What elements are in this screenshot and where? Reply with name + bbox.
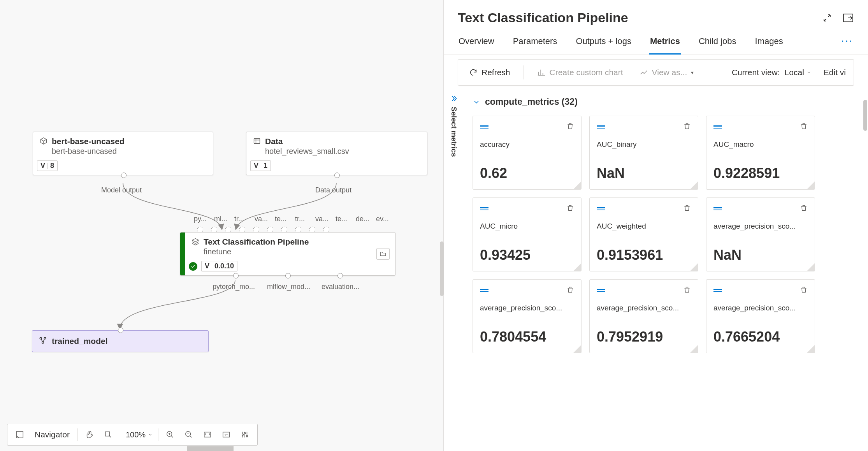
node-data[interactable]: Data hotel_reviews_small.csv V1 [246, 132, 427, 175]
node-trained-model[interactable]: trained_model [32, 330, 209, 352]
tab-overview[interactable]: Overview [458, 29, 495, 54]
metrics-group-header[interactable]: compute_metrics (32) [473, 97, 859, 107]
navigator-label[interactable]: Navigator [30, 430, 74, 439]
zoom-level[interactable]: 100% [123, 430, 155, 439]
version-badge: V8 [37, 160, 58, 171]
svg-rect-0 [254, 138, 260, 143]
metric-value: 0.62 [480, 165, 574, 181]
fit-screen-icon[interactable] [199, 426, 216, 443]
resize-corner-icon[interactable] [573, 345, 581, 353]
app-root: bert-base-uncased bert-base-uncased V8 M… [0, 0, 868, 451]
svg-point-11 [242, 434, 244, 435]
node-pipeline[interactable]: Text Classification Pipeline finetune V0… [180, 232, 395, 276]
metric-card[interactable]: average_precision_sco...0.7665204 [706, 279, 815, 353]
drag-handle-icon[interactable] [597, 207, 605, 210]
delete-icon[interactable] [683, 286, 691, 295]
drag-handle-icon[interactable] [713, 125, 722, 129]
more-tabs-button[interactable]: ··· [840, 29, 854, 54]
tab-outputs[interactable]: Outputs + logs [575, 29, 632, 54]
canvas-scrollbar[interactable] [187, 446, 234, 451]
delete-icon[interactable] [800, 204, 808, 213]
delete-icon[interactable] [800, 286, 808, 295]
scrollbar-thumb[interactable] [863, 100, 867, 131]
resize-corner-icon[interactable] [573, 181, 581, 189]
delete-icon[interactable] [800, 122, 808, 132]
input-port[interactable] [118, 328, 123, 333]
output-port[interactable] [233, 273, 239, 278]
refresh-icon [469, 68, 478, 77]
delete-icon[interactable] [566, 286, 574, 295]
drag-handle-icon[interactable] [597, 125, 605, 129]
drag-handle-icon[interactable] [713, 207, 722, 210]
metric-name: AUC_micro [480, 222, 574, 231]
tab-parameters[interactable]: Parameters [512, 29, 558, 54]
drag-handle-icon[interactable] [480, 125, 488, 129]
tab-images[interactable]: Images [754, 29, 784, 54]
resize-corner-icon[interactable] [573, 263, 581, 271]
output-port[interactable] [337, 273, 343, 278]
port-label: pytorch_mo... [213, 283, 255, 291]
metric-card[interactable]: average_precision_sco...0.7804554 [473, 279, 582, 353]
output-port[interactable] [285, 273, 291, 278]
node-subtitle: bert-base-uncased [52, 147, 125, 156]
metric-card[interactable]: AUC_macro0.9228591 [706, 116, 815, 190]
metric-value: NaN [597, 165, 691, 181]
splitter-handle[interactable] [440, 241, 444, 296]
resize-corner-icon[interactable] [807, 345, 815, 353]
metrics-area: compute_metrics (32) accuracy0.62AUC_bin… [464, 86, 868, 451]
metric-card[interactable]: average_precision_sco...NaN [706, 197, 815, 271]
output-port[interactable] [121, 173, 127, 178]
output-port[interactable] [334, 173, 340, 178]
drag-handle-icon[interactable] [480, 289, 488, 292]
metric-value: 0.9153961 [597, 247, 691, 263]
resize-corner-icon[interactable] [807, 181, 815, 189]
metrics-toolbar: Refresh Create custom chart View as... ▾… [458, 59, 854, 86]
drag-handle-icon[interactable] [713, 289, 722, 292]
drag-handle-icon[interactable] [480, 207, 488, 210]
chevron-down-icon: ▾ [691, 69, 694, 76]
chevron-down-icon [148, 432, 153, 437]
pan-hand-icon[interactable] [81, 426, 98, 443]
popout-icon[interactable] [842, 12, 854, 24]
drag-handle-icon[interactable] [597, 289, 605, 292]
zoom-out-icon[interactable] [180, 426, 197, 443]
metric-card[interactable]: AUC_weighted0.9153961 [589, 197, 698, 271]
edit-view-button[interactable]: Edit vi [824, 68, 846, 77]
delete-icon[interactable] [566, 122, 574, 132]
node-model[interactable]: bert-base-uncased bert-base-uncased V8 [33, 132, 213, 175]
chevron-down-icon [473, 98, 480, 106]
status-bar [180, 233, 185, 275]
resize-corner-icon[interactable] [807, 263, 815, 271]
select-icon[interactable] [100, 426, 117, 443]
current-view-select[interactable]: Local [785, 68, 811, 77]
navigator-icon[interactable] [11, 426, 28, 443]
status-success-icon [189, 262, 197, 271]
graph-canvas[interactable]: bert-base-uncased bert-base-uncased V8 M… [0, 0, 444, 451]
zoom-in-icon[interactable] [162, 426, 179, 443]
node-title: trained_model [52, 336, 108, 346]
refresh-button[interactable]: Refresh [466, 65, 513, 79]
metric-name: AUC_weighted [597, 222, 691, 231]
resize-corner-icon[interactable] [690, 345, 698, 353]
expand-icon[interactable] [821, 12, 833, 24]
rail-label: Select metrics [450, 107, 458, 157]
tab-child-jobs[interactable]: Child jobs [698, 29, 737, 54]
metric-card[interactable]: accuracy0.62 [473, 116, 582, 190]
select-metrics-rail[interactable]: Select metrics [444, 86, 464, 451]
actual-size-icon[interactable]: 1:1 [218, 426, 235, 443]
delete-icon[interactable] [683, 122, 691, 132]
metric-card[interactable]: average_precision_sco...0.7952919 [589, 279, 698, 353]
open-folder-button[interactable] [376, 248, 390, 260]
resize-corner-icon[interactable] [690, 263, 698, 271]
resize-corner-icon[interactable] [690, 181, 698, 189]
metric-card[interactable]: AUC_binaryNaN [589, 116, 698, 190]
metric-card[interactable]: AUC_micro0.93425 [473, 197, 582, 271]
auto-layout-icon[interactable] [236, 426, 253, 443]
port-label-data-output: Data output [315, 186, 351, 194]
line-chart-icon [640, 68, 648, 77]
tab-metrics[interactable]: Metrics [649, 29, 681, 54]
metric-name: AUC_macro [713, 140, 808, 149]
delete-icon[interactable] [683, 204, 691, 213]
version-badge: V1 [250, 160, 271, 171]
delete-icon[interactable] [566, 204, 574, 213]
